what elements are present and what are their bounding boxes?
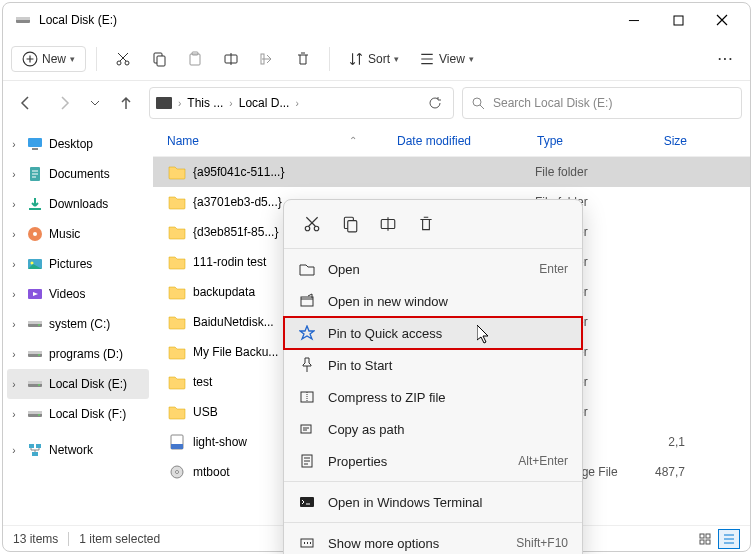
context-menu-item-pin-to-quick-access[interactable]: Pin to Quick access [284, 317, 582, 349]
new-label: New [42, 52, 66, 66]
paste-button[interactable] [179, 47, 211, 71]
ellipsis-icon: ··· [718, 52, 734, 66]
maximize-button[interactable] [656, 5, 700, 35]
breadcrumb-item[interactable]: Local D... [237, 96, 292, 110]
column-name[interactable]: Name [167, 134, 199, 148]
sidebar-item-label: Desktop [49, 137, 93, 151]
sidebar-item-videos[interactable]: ›Videos [3, 279, 153, 309]
details-view-toggle[interactable] [718, 529, 740, 549]
sidebar-item-programs-d-[interactable]: ›programs (D:) [3, 339, 153, 369]
share-icon [259, 51, 275, 67]
context-menu-item-copy-as-path[interactable]: Copy as path [284, 413, 582, 445]
share-button[interactable] [251, 47, 283, 71]
sort-label: Sort [368, 52, 390, 66]
context-menu-label: Open [328, 262, 527, 277]
sidebar-item-local-disk-e-[interactable]: ›Local Disk (E:) [7, 369, 149, 399]
breadcrumb[interactable]: › This ... › Local D... › [149, 87, 454, 119]
plus-circle-icon [22, 51, 38, 67]
cut-button[interactable] [300, 212, 324, 236]
chevron-right-icon: › [227, 98, 234, 109]
svg-point-18 [33, 232, 37, 236]
sort-indicator-icon: ⌃ [349, 135, 357, 146]
context-menu-label: Properties [328, 454, 506, 469]
svg-rect-8 [190, 54, 200, 65]
pictures-icon [27, 256, 43, 272]
search-input[interactable]: Search Local Disk (E:) [462, 87, 742, 119]
context-menu-label: Pin to Quick access [328, 326, 568, 341]
context-menu-item-open[interactable]: OpenEnter [284, 253, 582, 285]
copy-button[interactable] [143, 47, 175, 71]
explorer-window: Local Disk (E:) ─ New ▾ Sort ▾ View ▾ ··… [2, 2, 751, 552]
context-menu-item-properties[interactable]: PropertiesAlt+Enter [284, 445, 582, 477]
folder-icon [167, 164, 187, 180]
chevron-right-icon: › [176, 98, 183, 109]
refresh-button[interactable] [423, 96, 447, 110]
file-row[interactable]: {a95f041c-511...}File folder [153, 157, 750, 187]
svg-rect-32 [28, 411, 42, 414]
sidebar-item-local-disk-f-[interactable]: ›Local Disk (F:) [3, 399, 153, 429]
sidebar-item-system-c-[interactable]: ›system (C:) [3, 309, 153, 339]
folder-icon [167, 344, 187, 360]
recent-button[interactable] [87, 88, 103, 118]
file-size: 2,1 [635, 435, 685, 449]
grid-view-toggle[interactable] [694, 529, 716, 549]
context-menu-item-open-in-windows-terminal[interactable]: Open in Windows Terminal [284, 486, 582, 518]
svg-point-30 [38, 384, 40, 386]
forward-button[interactable] [49, 88, 79, 118]
folder-icon [167, 404, 187, 420]
context-menu-label: Open in Windows Terminal [328, 495, 568, 510]
back-button[interactable] [11, 88, 41, 118]
sidebar: ›Desktop›Documents›Downloads›Music›Pictu… [3, 125, 153, 525]
sidebar-item-pictures[interactable]: ›Pictures [3, 249, 153, 279]
documents-icon [27, 166, 43, 182]
breadcrumb-item[interactable]: This ... [185, 96, 225, 110]
folder-icon [167, 194, 187, 210]
open-icon [298, 260, 316, 278]
delete-button[interactable] [287, 47, 319, 71]
svg-rect-52 [301, 425, 311, 433]
context-menu-item-open-in-new-window[interactable]: Open in new window [284, 285, 582, 317]
minimize-button[interactable]: ─ [612, 5, 656, 35]
chevron-right-icon: › [7, 259, 21, 270]
folder-icon [167, 284, 187, 300]
cut-icon [115, 51, 131, 67]
up-button[interactable] [111, 88, 141, 118]
properties-icon [298, 452, 316, 470]
column-type[interactable]: Type [537, 134, 637, 148]
sidebar-item-desktop[interactable]: ›Desktop [3, 129, 153, 159]
context-menu-item-compress-to-zip-file[interactable]: Compress to ZIP file [284, 381, 582, 413]
more-icon [298, 534, 316, 552]
rename-icon [223, 51, 239, 67]
context-menu-item-show-more-options[interactable]: Show more optionsShift+F10 [284, 527, 582, 554]
context-menu-item-pin-to-start[interactable]: Pin to Start [284, 349, 582, 381]
sidebar-item-downloads[interactable]: ›Downloads [3, 189, 153, 219]
view-button[interactable]: View ▾ [411, 47, 482, 71]
star-icon [298, 324, 316, 342]
rename-button[interactable] [376, 212, 400, 236]
overflow-button[interactable]: ··· [710, 48, 742, 70]
rename-button[interactable] [215, 47, 247, 71]
sort-button[interactable]: Sort ▾ [340, 47, 407, 71]
copy-button[interactable] [338, 212, 362, 236]
close-button[interactable] [700, 5, 744, 35]
svg-point-27 [38, 354, 40, 356]
drive-icon [27, 376, 43, 392]
chevron-right-icon: › [7, 169, 21, 180]
svg-rect-42 [706, 534, 710, 538]
delete-button[interactable] [414, 212, 438, 236]
column-date[interactable]: Date modified [397, 134, 537, 148]
context-menu-label: Copy as path [328, 422, 568, 437]
sidebar-item-documents[interactable]: ›Documents [3, 159, 153, 189]
sidebar-item-network[interactable]: ›Network [3, 435, 153, 465]
new-button[interactable]: New ▾ [11, 46, 86, 72]
window-title: Local Disk (E:) [39, 13, 612, 27]
iso-icon [167, 464, 187, 480]
chevron-right-icon: › [7, 319, 21, 330]
column-size[interactable]: Size [637, 134, 687, 148]
context-menu: OpenEnterOpen in new windowPin to Quick … [283, 199, 583, 554]
file-name: {a95f041c-511...} [193, 165, 395, 179]
chevron-right-icon: › [7, 379, 21, 390]
cut-button[interactable] [107, 47, 139, 71]
shortcut-hint: Enter [539, 262, 568, 276]
sidebar-item-music[interactable]: ›Music [3, 219, 153, 249]
